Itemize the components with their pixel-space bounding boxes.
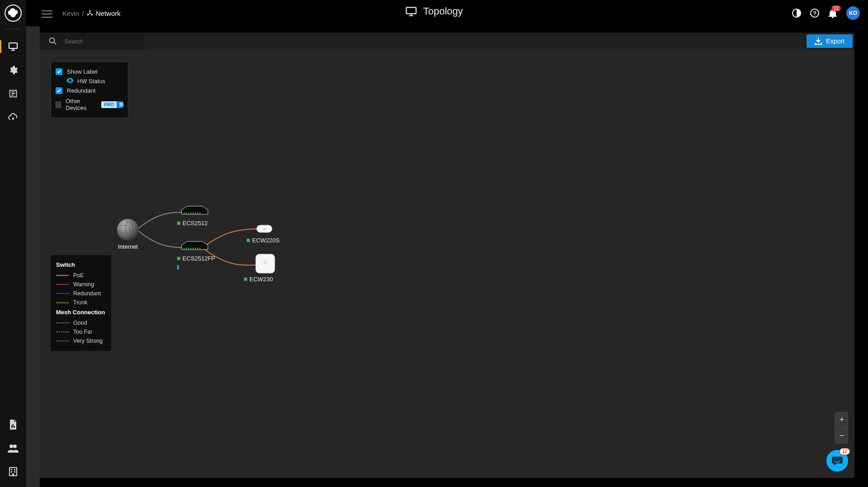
node-switch-ecs2512fp[interactable]: ECS2512FP — [177, 241, 215, 270]
top-right-actions: ? 12 KO — [792, 6, 860, 20]
left-navigation-rail — [0, 0, 26, 487]
notification-badge: 12 — [831, 5, 841, 11]
svg-rect-46 — [244, 278, 247, 281]
search-icon — [49, 37, 57, 45]
search-box[interactable] — [40, 33, 145, 50]
breadcrumb-separator: / — [82, 9, 84, 17]
node-internet[interactable]: Internet — [117, 219, 139, 250]
svg-rect-36 — [195, 248, 196, 249]
svg-text:?: ? — [813, 10, 816, 17]
svg-rect-28 — [197, 213, 198, 214]
contrast-icon — [792, 9, 801, 18]
topology-canvas-area: Export Show Label HW Status Redundant Ot… — [40, 33, 854, 478]
node-label: ECW220S — [252, 237, 280, 244]
nav-users[interactable] — [0, 439, 26, 457]
breadcrumb-network-label: Network — [96, 9, 121, 17]
users-icon — [8, 444, 19, 453]
export-button[interactable]: Export — [807, 34, 853, 48]
svg-rect-30 — [177, 222, 180, 225]
node-label: ECS2512FP — [183, 255, 215, 262]
page-title: Topology — [405, 5, 463, 17]
chat-button[interactable]: 12 — [826, 450, 848, 472]
svg-point-13 — [89, 10, 91, 12]
svg-rect-26 — [192, 213, 194, 214]
svg-rect-31 — [183, 248, 185, 249]
secondary-rail — [26, 26, 40, 487]
top-bar: Kevin / Network Topology ? 12 KO — [0, 0, 868, 26]
user-avatar[interactable]: KO — [846, 6, 860, 20]
breadcrumb: Kevin / Network — [62, 9, 121, 17]
brand-logo[interactable] — [5, 5, 22, 22]
file-chart-icon — [9, 420, 18, 430]
gear-icon — [8, 65, 18, 75]
svg-rect-4 — [14, 426, 15, 428]
nav-organization[interactable] — [0, 463, 26, 481]
svg-rect-16 — [406, 7, 416, 14]
breadcrumb-network[interactable]: Network — [87, 9, 121, 17]
nav-cloud[interactable] — [0, 108, 26, 126]
svg-rect-32 — [186, 248, 187, 249]
svg-rect-3 — [13, 424, 14, 428]
svg-rect-24 — [188, 213, 189, 214]
svg-rect-43 — [247, 239, 250, 242]
topology-graph[interactable]: Internet ECS2512 ECS2512FP ECW220S — [40, 50, 854, 487]
svg-point-5 — [9, 444, 13, 448]
help-icon: ? — [810, 9, 819, 18]
download-icon — [815, 38, 822, 45]
svg-rect-22 — [183, 213, 185, 214]
svg-rect-33 — [188, 248, 189, 249]
nav-settings[interactable] — [0, 61, 26, 79]
zoom-controls: + − — [835, 412, 848, 444]
search-input[interactable] — [63, 38, 136, 45]
zoom-in-button[interactable]: + — [835, 412, 848, 428]
svg-rect-29 — [199, 213, 201, 214]
menu-toggle[interactable] — [42, 8, 52, 20]
node-ap-ecw230[interactable]: ECW230 — [244, 254, 275, 283]
node-ap-ecw220s[interactable]: ECW220S — [247, 225, 280, 244]
help-button[interactable]: ? — [810, 9, 819, 18]
zoom-out-button[interactable]: − — [835, 428, 848, 443]
nav-monitor[interactable] — [0, 38, 26, 56]
svg-rect-25 — [190, 213, 192, 214]
svg-rect-10 — [11, 471, 12, 473]
monitor-icon — [405, 6, 417, 16]
svg-rect-35 — [192, 248, 194, 249]
svg-rect-37 — [197, 248, 198, 249]
breadcrumb-user[interactable]: Kevin — [62, 9, 80, 17]
export-button-label: Export — [826, 38, 845, 45]
nav-reports[interactable] — [0, 85, 26, 103]
svg-rect-8 — [11, 469, 12, 470]
chat-badge: 12 — [840, 448, 850, 455]
svg-rect-9 — [14, 469, 15, 470]
svg-rect-39 — [177, 257, 180, 260]
nav-file-report[interactable] — [0, 416, 26, 434]
canvas-toolbar: Export — [40, 33, 854, 50]
page-title-text: Topology — [423, 5, 463, 17]
network-icon — [87, 10, 93, 16]
svg-point-6 — [13, 444, 17, 448]
news-icon — [8, 89, 18, 99]
svg-rect-12 — [12, 473, 14, 476]
node-switch-ecs2512[interactable]: ECS2512 — [177, 206, 208, 227]
node-label: ECW230 — [249, 276, 273, 283]
svg-rect-0 — [9, 43, 17, 48]
node-label: Internet — [118, 243, 138, 250]
svg-rect-2 — [11, 425, 12, 428]
svg-rect-11 — [14, 471, 15, 473]
cloud-icon — [8, 113, 19, 122]
svg-rect-27 — [195, 213, 196, 214]
svg-point-42 — [264, 228, 265, 230]
svg-point-21 — [117, 219, 139, 241]
svg-rect-34 — [190, 248, 192, 249]
building-icon — [9, 467, 18, 477]
chat-icon — [831, 455, 843, 466]
notifications-button[interactable]: 12 — [828, 8, 837, 18]
svg-point-20 — [50, 38, 55, 43]
svg-rect-40 — [177, 265, 179, 270]
node-label: ECS2512 — [183, 220, 208, 227]
svg-rect-23 — [186, 213, 187, 214]
svg-rect-38 — [199, 248, 201, 249]
theme-toggle[interactable] — [792, 9, 801, 18]
